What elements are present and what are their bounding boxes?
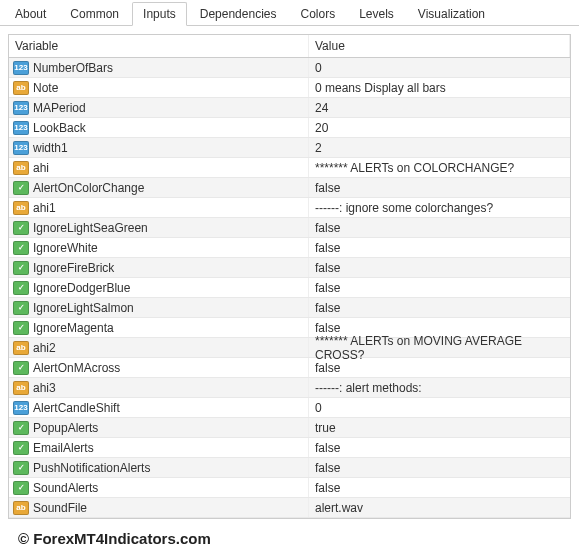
variable-name: AlertCandleShift — [33, 401, 120, 415]
table-row[interactable]: 123width12 — [9, 138, 570, 158]
table-row[interactable]: abahi2******* ALERTs on MOVING AVERAGE C… — [9, 338, 570, 358]
variable-cell: ✓IgnoreWhite — [9, 238, 309, 257]
table-row[interactable]: abSoundFilealert.wav — [9, 498, 570, 518]
table-row[interactable]: 123LookBack20 — [9, 118, 570, 138]
str-type-icon: ab — [13, 81, 29, 95]
value-cell[interactable]: false — [309, 481, 570, 495]
table-row[interactable]: abNote0 means Display all bars — [9, 78, 570, 98]
table-row[interactable]: 123AlertCandleShift0 — [9, 398, 570, 418]
bool-type-icon: ✓ — [13, 241, 29, 255]
tab-inputs[interactable]: Inputs — [132, 2, 187, 26]
variable-name: PushNotificationAlerts — [33, 461, 150, 475]
table-row[interactable]: ✓IgnoreFireBrickfalse — [9, 258, 570, 278]
variable-cell: ✓IgnoreFireBrick — [9, 258, 309, 277]
tab-dependencies[interactable]: Dependencies — [189, 2, 288, 25]
value-cell[interactable]: false — [309, 221, 570, 235]
table-row[interactable]: ✓SoundAlertsfalse — [9, 478, 570, 498]
variable-name: IgnoreWhite — [33, 241, 98, 255]
variable-name: PopupAlerts — [33, 421, 98, 435]
int-type-icon: 123 — [13, 401, 29, 415]
variable-name: IgnoreMagenta — [33, 321, 114, 335]
variable-name: Note — [33, 81, 58, 95]
table-row[interactable]: ✓IgnoreWhitefalse — [9, 238, 570, 258]
table-row[interactable]: 123MAPeriod24 — [9, 98, 570, 118]
table-row[interactable]: abahi3------: alert methods: — [9, 378, 570, 398]
value-cell[interactable]: ******* ALERTs on MOVING AVERAGE CROSS? — [309, 334, 570, 362]
table-row[interactable]: ✓IgnoreDodgerBluefalse — [9, 278, 570, 298]
value-cell[interactable]: false — [309, 241, 570, 255]
table-row[interactable]: ✓AlertOnColorChangefalse — [9, 178, 570, 198]
variable-name: ahi2 — [33, 341, 56, 355]
value-cell[interactable]: false — [309, 301, 570, 315]
bool-type-icon: ✓ — [13, 281, 29, 295]
variable-name: AlertOnMAcross — [33, 361, 120, 375]
value-cell[interactable]: false — [309, 361, 570, 375]
variable-name: ahi1 — [33, 201, 56, 215]
variable-cell: 123NumberOfBars — [9, 58, 309, 77]
variable-cell: abahi3 — [9, 378, 309, 397]
variable-cell: ✓EmailAlerts — [9, 438, 309, 457]
value-cell[interactable]: 24 — [309, 101, 570, 115]
variable-cell: ✓SoundAlerts — [9, 478, 309, 497]
value-cell[interactable]: 2 — [309, 141, 570, 155]
variable-name: AlertOnColorChange — [33, 181, 144, 195]
variable-cell: ✓IgnoreMagenta — [9, 318, 309, 337]
table-row[interactable]: 123NumberOfBars0 — [9, 58, 570, 78]
tab-colors[interactable]: Colors — [289, 2, 346, 25]
tab-common[interactable]: Common — [59, 2, 130, 25]
watermark: © ForexMT4Indicators.com — [18, 530, 211, 547]
grid-body: 123NumberOfBars0abNote0 means Display al… — [9, 58, 570, 518]
variable-name: IgnoreLightSeaGreen — [33, 221, 148, 235]
variable-cell: ✓PopupAlerts — [9, 418, 309, 437]
variable-cell: abSoundFile — [9, 498, 309, 517]
int-type-icon: 123 — [13, 121, 29, 135]
table-row[interactable]: ✓PushNotificationAlertsfalse — [9, 458, 570, 478]
value-cell[interactable]: 20 — [309, 121, 570, 135]
str-type-icon: ab — [13, 381, 29, 395]
tab-bar: About Common Inputs Dependencies Colors … — [0, 0, 579, 26]
int-type-icon: 123 — [13, 141, 29, 155]
variable-cell: 123LookBack — [9, 118, 309, 137]
table-row[interactable]: abahi******* ALERTs on COLORCHANGE? — [9, 158, 570, 178]
value-cell[interactable]: 0 — [309, 401, 570, 415]
variable-name: IgnoreFireBrick — [33, 261, 114, 275]
tab-about[interactable]: About — [4, 2, 57, 25]
table-row[interactable]: ✓IgnoreLightSalmonfalse — [9, 298, 570, 318]
inputs-grid: Variable Value 123NumberOfBars0abNote0 m… — [8, 34, 571, 519]
table-row[interactable]: ✓AlertOnMAcrossfalse — [9, 358, 570, 378]
value-cell[interactable]: ******* ALERTs on COLORCHANGE? — [309, 161, 570, 175]
header-value[interactable]: Value — [309, 35, 570, 57]
variable-name: IgnoreLightSalmon — [33, 301, 134, 315]
bool-type-icon: ✓ — [13, 221, 29, 235]
value-cell[interactable]: false — [309, 281, 570, 295]
tab-levels[interactable]: Levels — [348, 2, 405, 25]
table-row[interactable]: ✓IgnoreLightSeaGreenfalse — [9, 218, 570, 238]
value-cell[interactable]: ------: ignore some colorchanges? — [309, 201, 570, 215]
value-cell[interactable]: false — [309, 441, 570, 455]
value-cell[interactable]: ------: alert methods: — [309, 381, 570, 395]
bool-type-icon: ✓ — [13, 321, 29, 335]
table-row[interactable]: ✓PopupAlertstrue — [9, 418, 570, 438]
value-cell[interactable]: 0 means Display all bars — [309, 81, 570, 95]
value-cell[interactable]: alert.wav — [309, 501, 570, 515]
bool-type-icon: ✓ — [13, 301, 29, 315]
value-cell[interactable]: false — [309, 461, 570, 475]
value-cell[interactable]: true — [309, 421, 570, 435]
int-type-icon: 123 — [13, 101, 29, 115]
value-cell[interactable]: false — [309, 181, 570, 195]
str-type-icon: ab — [13, 161, 29, 175]
variable-cell: ✓PushNotificationAlerts — [9, 458, 309, 477]
variable-name: LookBack — [33, 121, 86, 135]
variable-cell: abahi — [9, 158, 309, 177]
variable-cell: ✓IgnoreLightSeaGreen — [9, 218, 309, 237]
tab-visualization[interactable]: Visualization — [407, 2, 496, 25]
variable-cell: abNote — [9, 78, 309, 97]
variable-name: width1 — [33, 141, 68, 155]
value-cell[interactable]: 0 — [309, 61, 570, 75]
header-variable[interactable]: Variable — [9, 35, 309, 57]
variable-cell: ✓AlertOnColorChange — [9, 178, 309, 197]
value-cell[interactable]: false — [309, 261, 570, 275]
table-row[interactable]: abahi1------: ignore some colorchanges? — [9, 198, 570, 218]
table-row[interactable]: ✓EmailAlertsfalse — [9, 438, 570, 458]
value-cell[interactable]: false — [309, 321, 570, 335]
